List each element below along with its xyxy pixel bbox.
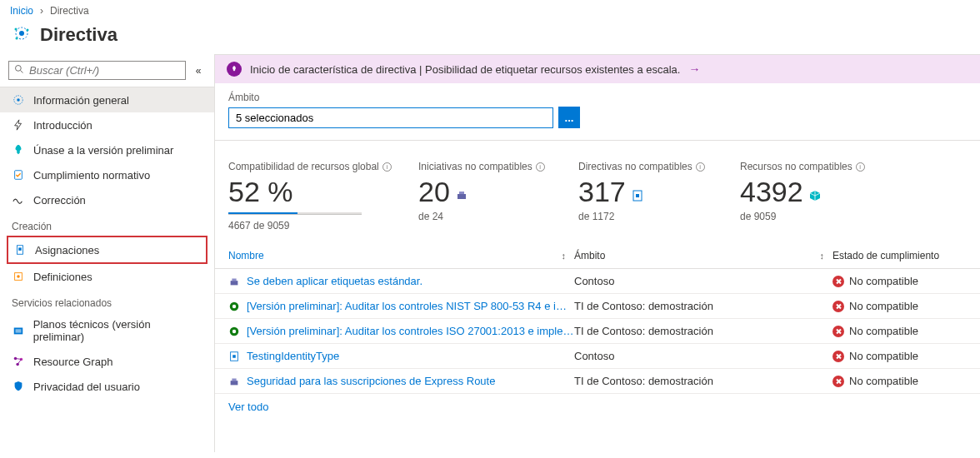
sidebar-item-blueprints[interactable]: Planos técnicos (versión preliminar) <box>0 312 214 349</box>
sidebar-item-preview[interactable]: Únase a la versión preliminar <box>0 137 214 162</box>
sidebar: « Información general Introducción Únase… <box>0 54 215 452</box>
assignment-link[interactable]: Seguridad para las suscripciones de Expr… <box>247 375 495 387</box>
sidebar-item-definitions[interactable]: Definiciones <box>0 264 214 289</box>
table-row: Seguridad para las suscripciones de Expr… <box>215 369 980 394</box>
svg-point-24 <box>232 304 236 307</box>
row-scope: Contoso <box>574 350 832 362</box>
policy-icon <box>631 189 644 202</box>
shield-icon <box>12 380 25 393</box>
search-field[interactable] <box>29 64 180 77</box>
noncompliant-icon <box>832 351 844 362</box>
sidebar-item-label: Planos técnicos (versión preliminar) <box>33 318 202 343</box>
search-input[interactable] <box>8 61 186 80</box>
breadcrumb-home[interactable]: Inicio <box>10 5 33 17</box>
clipboard-icon <box>12 168 25 182</box>
stat-initiatives: Iniciativas no compatibles i 20 de 24 <box>418 161 578 231</box>
row-scope: Contoso <box>574 275 832 287</box>
table-row: Se deben aplicar etiquetas estándar.Cont… <box>215 269 980 294</box>
table-row: [Versión preliminar]: Auditar los contro… <box>215 319 980 344</box>
svg-rect-15 <box>15 329 21 332</box>
sidebar-item-label: Privacidad del usuario <box>33 381 140 393</box>
info-icon[interactable]: i <box>536 162 545 172</box>
table-row: [Versión preliminar]: Auditar los contro… <box>215 294 980 319</box>
assignment-link[interactable]: [Versión preliminar]: Auditar los contro… <box>247 300 574 312</box>
see-all-link[interactable]: Ver todo <box>228 401 268 413</box>
main-pane: Inicio de característica de directiva | … <box>215 54 980 452</box>
row-scope: TI de Contoso: demostración <box>574 325 832 337</box>
stat-resources: Recursos no compatibles i 4392 de 9059 <box>740 161 907 231</box>
stat-title-text: Iniciativas no compatibles <box>418 161 532 172</box>
assignment-link[interactable]: Se deben aplicar etiquetas estándar. <box>247 275 422 287</box>
svg-line-6 <box>21 71 23 73</box>
sidebar-item-label: Únase a la versión preliminar <box>33 144 173 157</box>
initiative-icon <box>455 189 468 202</box>
breadcrumb-current: Directiva <box>50 5 89 17</box>
info-icon[interactable]: i <box>856 162 865 172</box>
scope-picker-button[interactable]: ... <box>558 107 580 128</box>
cube-icon <box>808 189 822 202</box>
row-scope: TI de Contoso: demostración <box>574 375 832 387</box>
stat-sub: de 9059 <box>740 211 907 222</box>
progress-bar <box>228 212 362 215</box>
column-scope-header[interactable]: Ámbito ↕ <box>574 250 832 261</box>
svg-rect-28 <box>232 355 236 358</box>
scope-input[interactable] <box>228 107 553 128</box>
scope-section: Ámbito ... <box>215 83 980 141</box>
column-name-header[interactable]: Nombre ↕ <box>228 250 574 261</box>
stat-value: 4392 <box>740 177 803 206</box>
row-state: No compatible <box>849 325 918 337</box>
stat-value: 52 % <box>228 177 418 206</box>
noncompliant-icon <box>832 326 844 337</box>
sort-icon: ↕ <box>562 251 575 261</box>
assignment-link[interactable]: [Versión preliminar]: Auditar los contro… <box>247 325 574 337</box>
row-type-icon <box>228 326 240 337</box>
svg-rect-11 <box>18 247 22 251</box>
svg-point-3 <box>27 29 29 32</box>
lightning-icon <box>12 118 25 132</box>
assignment-link[interactable]: TestingIdentityType <box>247 350 339 362</box>
row-type-icon <box>228 376 240 387</box>
svg-rect-22 <box>636 194 639 197</box>
row-state: No compatible <box>849 300 918 312</box>
column-state-header[interactable]: Estado de cumplimiento <box>832 250 980 261</box>
column-name-label: Nombre <box>228 250 264 261</box>
row-type-icon <box>228 301 240 312</box>
assignments-table: Nombre ↕ Ámbito ↕ Estado de cumplimiento… <box>215 243 980 452</box>
sidebar-item-remediation[interactable]: Corrección <box>0 187 214 212</box>
policy-app-icon <box>12 23 32 46</box>
row-state: No compatible <box>849 275 918 287</box>
sort-icon: ↕ <box>820 251 833 261</box>
sidebar-item-getting-started[interactable]: Introducción <box>0 112 214 137</box>
noncompliant-icon <box>832 376 844 387</box>
search-icon <box>14 64 24 77</box>
scope-label: Ámbito <box>228 92 967 103</box>
svg-point-4 <box>16 37 18 40</box>
sidebar-item-overview[interactable]: Información general <box>0 87 214 112</box>
row-state: No compatible <box>849 375 918 387</box>
noncompliant-icon <box>832 301 844 312</box>
page-header: Directiva <box>0 20 980 54</box>
table-header: Nombre ↕ Ámbito ↕ Estado de cumplimiento <box>215 243 980 269</box>
sidebar-item-assignments[interactable]: Asignaciones <box>7 236 208 264</box>
sidebar-item-label: Asignaciones <box>35 244 99 256</box>
noncompliant-icon <box>832 276 844 287</box>
breadcrumb: Inicio › Directiva <box>0 0 980 20</box>
graph-icon <box>12 355 25 368</box>
definition-icon <box>12 270 25 283</box>
collapse-sidebar-button[interactable]: « <box>191 63 206 78</box>
svg-point-8 <box>17 98 20 102</box>
sidebar-item-label: Introducción <box>33 119 92 132</box>
svg-point-5 <box>16 66 22 72</box>
stat-title-text: Recursos no compatibles <box>740 161 852 172</box>
banner-text: Inicio de característica de directiva | … <box>250 63 680 76</box>
row-type-icon <box>228 276 240 287</box>
sidebar-item-compliance[interactable]: Cumplimiento normativo <box>0 162 214 187</box>
wave-icon <box>12 193 25 207</box>
sidebar-item-privacy[interactable]: Privacidad del usuario <box>0 374 214 399</box>
info-icon[interactable]: i <box>382 162 392 172</box>
sidebar-item-resource-graph[interactable]: Resource Graph <box>0 349 214 374</box>
svg-point-26 <box>232 329 236 332</box>
svg-point-1 <box>19 31 24 36</box>
info-icon[interactable]: i <box>696 162 705 172</box>
feature-banner[interactable]: Inicio de característica de directiva | … <box>215 55 980 83</box>
